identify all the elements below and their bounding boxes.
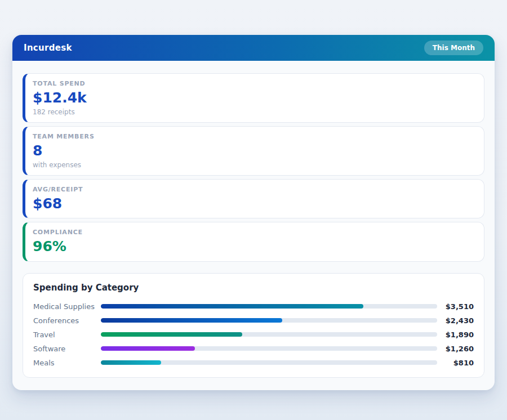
category-row-meals: Meals$810 [33,358,474,367]
category-chart-title: Spending by Category [33,283,474,293]
app-header: Incurdesk This Month [12,35,495,61]
category-row-medical-supplies: Medical Supplies$3,510 [33,302,474,311]
category-row-travel: Travel$1,890 [33,330,474,339]
category-label: Travel [33,330,101,339]
category-bar-fill [101,304,363,309]
category-bar-fill [101,332,242,337]
category-label: Medical Supplies [33,302,101,311]
category-value: $1,260 [443,345,474,353]
category-label: Meals [33,359,101,367]
category-bar-track [101,304,437,309]
category-bar-track [101,318,437,323]
category-value: $3,510 [443,302,474,311]
category-value: $810 [443,359,474,367]
category-row-conferences: Conferences$2,430 [33,316,474,325]
stat-value: 96% [33,239,474,255]
category-row-list: Medical Supplies$3,510Conferences$2,430T… [33,302,474,367]
category-bar-track [101,346,437,351]
category-bar-track [101,360,437,365]
stat-card-team-members: TEAM MEMBERS8with expenses [23,126,484,176]
stat-card-total-spend: TOTAL SPEND$12.4k182 receipts [23,73,484,123]
stat-value: $68 [33,196,474,212]
stat-label: TOTAL SPEND [33,80,474,87]
category-label: Conferences [33,316,101,325]
category-bar-fill [101,360,161,365]
stat-label: AVG/RECEIPT [33,186,474,193]
stat-card-compliance: COMPLIANCE96% [23,222,484,262]
category-row-software: Software$1,260 [33,344,474,353]
stat-label: COMPLIANCE [33,229,474,236]
stat-label: TEAM MEMBERS [33,133,474,140]
stat-card-list: TOTAL SPEND$12.4k182 receiptsTEAM MEMBER… [23,73,484,262]
stat-value: 8 [33,143,474,159]
stat-card-avg-receipt: AVG/RECEIPT$68 [23,179,484,219]
category-bar-track [101,332,437,337]
category-value: $2,430 [443,316,474,325]
stat-subtext: with expenses [33,161,474,169]
panel-body: TOTAL SPEND$12.4k182 receiptsTEAM MEMBER… [12,61,495,390]
stat-value: $12.4k [33,90,474,106]
category-bar-fill [101,318,282,323]
stat-subtext: 182 receipts [33,108,474,116]
category-label: Software [33,345,101,353]
category-bar-fill [101,346,195,351]
spending-by-category-card: Spending by Category Medical Supplies$3,… [23,273,484,378]
category-value: $1,890 [443,330,474,339]
period-badge-button[interactable]: This Month [424,41,483,55]
dashboard-panel: Incurdesk This Month TOTAL SPEND$12.4k18… [12,35,495,390]
app-title: Incurdesk [24,43,72,53]
